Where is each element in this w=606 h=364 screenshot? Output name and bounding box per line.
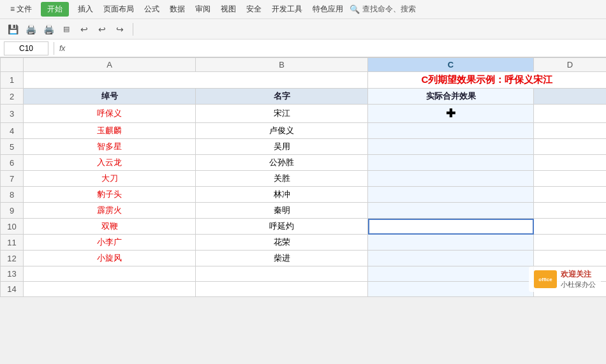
col-header-c[interactable]: C bbox=[368, 58, 534, 72]
cell-8-c[interactable] bbox=[368, 187, 534, 203]
print-icon[interactable]: 🖨️ bbox=[41, 22, 56, 37]
cell-1-a[interactable] bbox=[24, 72, 368, 89]
cell-7-c[interactable] bbox=[368, 171, 534, 187]
formula-bar: fx bbox=[0, 40, 606, 57]
watermark-line2: 小杜保办公 bbox=[561, 280, 596, 289]
cell-3-c[interactable]: ✚ bbox=[368, 105, 534, 123]
row-number-14: 14 bbox=[1, 282, 24, 297]
cell-13-c[interactable] bbox=[368, 266, 534, 282]
formula-input[interactable] bbox=[70, 44, 602, 53]
cell-11-a[interactable]: 小李广 bbox=[24, 235, 196, 251]
cell-11-b[interactable]: 花荣 bbox=[196, 235, 368, 251]
divider bbox=[133, 23, 133, 36]
cell-9-b[interactable]: 秦明 bbox=[196, 203, 368, 219]
cell-8-a[interactable]: 豹子头 bbox=[24, 187, 196, 203]
cell-10-c[interactable] bbox=[368, 219, 534, 235]
col-header-b[interactable]: B bbox=[196, 58, 368, 72]
cell-12-c[interactable] bbox=[368, 251, 534, 266]
watermark-text-area: 欢迎关注 小杜保办公 bbox=[561, 269, 596, 289]
cell-4-b[interactable]: 卢俊义 bbox=[196, 123, 368, 139]
table-row: 12小旋风柴进 bbox=[1, 251, 607, 266]
cell-2-c[interactable]: 实际合并效果 bbox=[368, 89, 534, 105]
table-row: 3呼保义宋江✚ bbox=[1, 105, 607, 123]
cell-3-d[interactable] bbox=[534, 105, 607, 123]
table-row: 4玉麒麟卢俊义 bbox=[1, 123, 607, 139]
cell-13-b[interactable] bbox=[196, 266, 368, 282]
cell-5-c[interactable] bbox=[368, 139, 534, 155]
cell-11-d[interactable] bbox=[534, 235, 607, 251]
undo-save-icon[interactable]: 🖨️ bbox=[23, 22, 38, 37]
undo2-icon[interactable]: ↩ bbox=[94, 22, 110, 37]
cell-12-d[interactable] bbox=[534, 251, 607, 266]
cell-reference[interactable] bbox=[4, 41, 48, 55]
cell-9-a[interactable]: 霹雳火 bbox=[24, 203, 196, 219]
cell-2-d[interactable] bbox=[534, 89, 607, 105]
cell-8-d[interactable] bbox=[534, 187, 607, 203]
table-row: 1C列期望效果示例：呼保义宋江 bbox=[1, 72, 607, 89]
cell-4-d[interactable] bbox=[534, 123, 607, 139]
cell-5-d[interactable] bbox=[534, 139, 607, 155]
cell-4-a[interactable]: 玉麒麟 bbox=[24, 123, 196, 139]
cell-9-d[interactable] bbox=[534, 203, 607, 219]
cell-3-b[interactable]: 宋江 bbox=[196, 105, 368, 123]
cell-14-c[interactable] bbox=[368, 282, 534, 297]
save-icon[interactable]: 💾 bbox=[5, 22, 20, 37]
menu-item-视图[interactable]: 视图 bbox=[216, 1, 241, 17]
cell-12-b[interactable]: 柴进 bbox=[196, 251, 368, 266]
spreadsheet: A B C D 1C列期望效果示例：呼保义宋江2绰号名字实际合并效果3呼保义宋江… bbox=[0, 57, 606, 297]
cell-4-c[interactable] bbox=[368, 123, 534, 139]
cell-7-b[interactable]: 关胜 bbox=[196, 171, 368, 187]
menu-item-开发工具[interactable]: 开发工具 bbox=[267, 1, 307, 17]
cell-11-c[interactable] bbox=[368, 235, 534, 251]
row-number-10: 10 bbox=[1, 219, 24, 235]
row-number-4: 4 bbox=[1, 123, 24, 139]
cell-10-b[interactable]: 呼延灼 bbox=[196, 219, 368, 235]
menu-item-安全[interactable]: 安全 bbox=[241, 1, 267, 17]
watermark-icon-text: office bbox=[538, 277, 552, 282]
cell-2-a[interactable]: 绰号 bbox=[24, 89, 196, 105]
watermark: office 欢迎关注 小杜保办公 bbox=[529, 266, 601, 292]
menu-item-特色应用[interactable]: 特色应用 bbox=[307, 1, 348, 17]
cell-6-c[interactable] bbox=[368, 155, 534, 171]
cell-6-a[interactable]: 入云龙 bbox=[24, 155, 196, 171]
col-header-d[interactable]: D bbox=[534, 58, 607, 72]
cell-9-c[interactable] bbox=[368, 203, 534, 219]
redo-icon[interactable]: ↪ bbox=[112, 22, 128, 37]
menu-item-页面布局[interactable]: 页面布局 bbox=[98, 1, 139, 17]
cell-7-a[interactable]: 大刀 bbox=[24, 171, 196, 187]
menu-item-公式[interactable]: 公式 bbox=[139, 1, 165, 17]
row-number-12: 12 bbox=[1, 251, 24, 266]
cell-1-c[interactable]: C列期望效果示例：呼保义宋江 bbox=[368, 72, 607, 89]
row-number-13: 13 bbox=[1, 266, 24, 282]
start-button[interactable]: 开始 bbox=[41, 2, 69, 17]
toolbar: 💾 🖨️ 🖨️ ▤ ↩ ↩ ↪ bbox=[0, 19, 606, 40]
cell-5-a[interactable]: 智多星 bbox=[24, 139, 196, 155]
cell-5-b[interactable]: 吴用 bbox=[196, 139, 368, 155]
table-row: 2绰号名字实际合并效果 bbox=[1, 89, 607, 105]
cell-8-b[interactable]: 林冲 bbox=[196, 187, 368, 203]
cell-2-b[interactable]: 名字 bbox=[196, 89, 368, 105]
file-menu[interactable]: ≡ 文件 bbox=[5, 1, 37, 17]
row-number-1: 1 bbox=[1, 72, 24, 89]
cell-14-b[interactable] bbox=[196, 282, 368, 297]
cell-13-a[interactable] bbox=[24, 266, 196, 282]
col-header-a[interactable]: A bbox=[24, 58, 196, 72]
cell-10-a[interactable]: 双鞭 bbox=[24, 219, 196, 235]
menu-item-插入[interactable]: 插入 bbox=[73, 1, 98, 17]
menu-item-审阅[interactable]: 审阅 bbox=[190, 1, 216, 17]
ribbon-menu: 插入页面布局公式数据审阅视图安全开发工具特色应用 bbox=[73, 1, 348, 17]
cell-12-a[interactable]: 小旋风 bbox=[24, 251, 196, 266]
cell-7-d[interactable] bbox=[534, 171, 607, 187]
undo-icon[interactable]: ↩ bbox=[77, 22, 92, 37]
cell-6-d[interactable] bbox=[534, 155, 607, 171]
row-number-3: 3 bbox=[1, 105, 24, 123]
cell-14-a[interactable] bbox=[24, 282, 196, 297]
cell-10-d[interactable] bbox=[534, 219, 607, 235]
menu-item-数据[interactable]: 数据 bbox=[165, 1, 190, 17]
cell-3-a[interactable]: 呼保义 bbox=[24, 105, 196, 123]
row-number-5: 5 bbox=[1, 139, 24, 155]
title-bar: ≡ 文件 开始 插入页面布局公式数据审阅视图安全开发工具特色应用 🔍 查找命令、… bbox=[0, 0, 606, 19]
cell-6-b[interactable]: 公孙胜 bbox=[196, 155, 368, 171]
print-preview-icon[interactable]: ▤ bbox=[59, 22, 74, 37]
formula-bar-divider bbox=[54, 42, 54, 55]
